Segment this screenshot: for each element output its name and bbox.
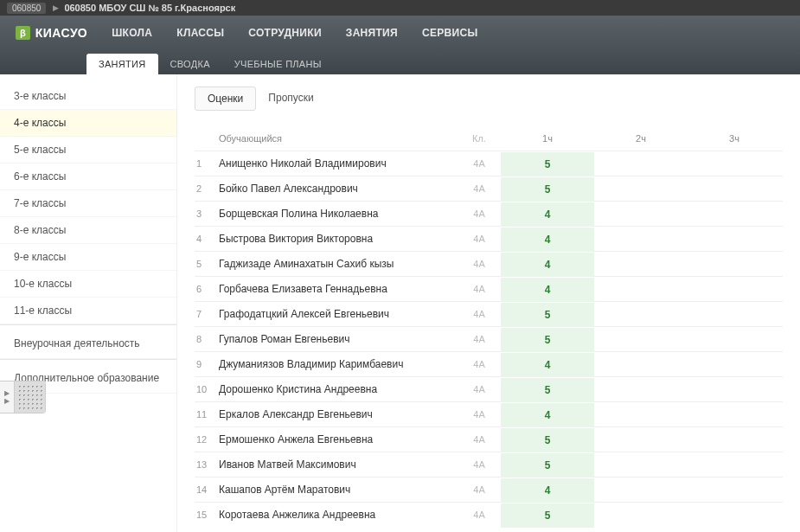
grade-q1[interactable]: 4 — [501, 252, 594, 277]
table-row: 14Кашапов Артём Маратович4А4 — [195, 477, 783, 502]
row-number: 9 — [195, 359, 215, 369]
student-class: 4А — [458, 309, 501, 319]
student-name[interactable]: Гупалов Роман Евгеньевич — [215, 333, 458, 345]
grade-q1[interactable]: 5 — [501, 302, 594, 327]
student-name[interactable]: Коротаева Анжелика Андреевна — [215, 509, 458, 521]
row-number: 5 — [195, 259, 215, 269]
nav-services[interactable]: СЕРВИСЫ — [422, 27, 477, 39]
row-number: 7 — [195, 309, 215, 319]
table-row: 2Бойко Павел Александрович4А5 — [195, 176, 783, 201]
grade-q1[interactable]: 5 — [501, 176, 594, 202]
nav-lessons[interactable]: ЗАНЯТИЯ — [346, 27, 398, 39]
grade-q1[interactable]: 5 — [501, 452, 594, 478]
school-code: 060850 — [7, 3, 46, 14]
grade-q1[interactable]: 4 — [501, 352, 594, 377]
grade-q1[interactable]: 5 — [501, 327, 594, 352]
nav-classes[interactable]: КЛАССЫ — [176, 27, 224, 39]
grade-q1[interactable]: 5 — [501, 427, 594, 452]
student-name[interactable]: Борщевская Полина Николаевна — [215, 208, 458, 220]
row-number: 11 — [195, 409, 215, 420]
student-name[interactable]: Иванов Матвей Максимович — [215, 458, 458, 471]
tab-absences[interactable]: Пропуски — [256, 87, 325, 111]
student-name[interactable]: Быстрова Виктория Викторовна — [215, 233, 458, 245]
table-row: 9Джуманиязов Владимир Каримбаевич4А4 — [195, 351, 783, 376]
student-name[interactable]: Графодатцкий Алексей Евгеньевич — [215, 308, 458, 320]
grade-q1[interactable]: 4 — [501, 277, 594, 302]
student-class: 4А — [458, 334, 501, 344]
sidebar-item-grade-6[interactable]: 6-е классы — [0, 163, 176, 190]
student-class: 4А — [458, 510, 501, 520]
sidebar-item-grade-9[interactable]: 9-е классы — [0, 244, 176, 271]
student-name[interactable]: Джуманиязов Владимир Каримбаевич — [215, 358, 458, 370]
row-number: 13 — [195, 459, 215, 470]
row-number: 10 — [195, 384, 215, 394]
sidebar-section-0[interactable]: Внеурочная деятельность — [0, 324, 176, 359]
subnav-lessons[interactable]: ЗАНЯТИЯ — [86, 54, 158, 74]
table-row: 1Анищенко Николай Владимирович4А5 — [195, 151, 783, 176]
student-class: 4А — [458, 434, 501, 445]
header-class: Кл. — [458, 133, 501, 144]
content-tabs: Оценки Пропуски — [195, 87, 783, 111]
student-class: 4А — [458, 208, 501, 219]
header-student: Обучающийся — [215, 133, 458, 144]
student-class: 4А — [458, 409, 501, 420]
main-nav: β КИАСУО ШКОЛА КЛАССЫ СОТРУДНИКИ ЗАНЯТИЯ… — [0, 16, 800, 50]
student-name[interactable]: Бойко Павел Александрович — [215, 183, 458, 195]
student-name[interactable]: Горбачева Елизавета Геннадьевна — [215, 283, 458, 295]
sidebar-item-grade-11[interactable]: 11-е классы — [0, 298, 176, 324]
dock-widget[interactable]: ▶▶ — [0, 381, 46, 413]
nav-staff[interactable]: СОТРУДНИКИ — [248, 27, 322, 39]
sub-nav: ЗАНЯТИЯ СВОДКА УЧЕБНЫЕ ПЛАНЫ — [0, 50, 800, 74]
student-name[interactable]: Еркалов Александр Евгеньевич — [215, 408, 458, 420]
table-header: Обучающийся Кл. 1ч 2ч 3ч — [195, 126, 783, 151]
student-class: 4А — [458, 183, 501, 194]
row-number: 3 — [195, 208, 215, 219]
table-row: 7Графодатцкий Алексей Евгеньевич4А5 — [195, 301, 783, 326]
school-title: 060850 МБОУ СШ № 85 г.Красноярск — [64, 3, 235, 13]
table-row: 11Еркалов Александр Евгеньевич4А4 — [195, 401, 783, 426]
logo-badge: β — [16, 26, 30, 40]
grade-q1[interactable]: 5 — [501, 503, 594, 528]
sidebar-item-grade-8[interactable]: 8-е классы — [0, 217, 176, 244]
student-name[interactable]: Кашапов Артём Маратович — [215, 484, 458, 496]
grade-q1[interactable]: 4 — [501, 402, 594, 427]
sidebar-item-grade-7[interactable]: 7-е классы — [0, 190, 176, 217]
student-name[interactable]: Дорошенко Кристина Андреевна — [215, 383, 458, 395]
table-row: 3Борщевская Полина Николаевна4А4 — [195, 201, 783, 226]
subnav-summary[interactable]: СВОДКА — [158, 54, 222, 74]
grade-q1[interactable]: 4 — [501, 227, 594, 252]
sidebar-item-grade-3[interactable]: 3-е классы — [0, 83, 176, 110]
header-q2[interactable]: 2ч — [594, 133, 688, 144]
table-row: 8Гупалов Роман Евгеньевич4А5 — [195, 326, 783, 351]
student-name[interactable]: Ермошенко Анжела Евгеньевна — [215, 433, 458, 445]
student-class: 4А — [458, 384, 501, 394]
row-number: 2 — [195, 183, 215, 194]
sidebar-item-grade-5[interactable]: 5-е классы — [0, 137, 176, 163]
row-number: 1 — [195, 158, 215, 169]
row-number: 4 — [195, 234, 215, 244]
breadcrumb-caret-icon: ▶ — [53, 3, 59, 12]
sidebar-item-grade-10[interactable]: 10-е классы — [0, 271, 176, 298]
grade-q1[interactable]: 5 — [501, 377, 594, 402]
sidebar: 3-е классы4-е классы5-е классы6-е классы… — [0, 74, 177, 532]
subnav-plans[interactable]: УЧЕБНЫЕ ПЛАНЫ — [222, 54, 334, 74]
dock-grid-icon[interactable] — [14, 381, 45, 413]
header-q3[interactable]: 3ч — [688, 133, 781, 144]
header-q1[interactable]: 1ч — [501, 133, 594, 144]
sidebar-item-grade-4[interactable]: 4-е классы — [0, 110, 176, 137]
table-row: 13Иванов Матвей Максимович4А5 — [195, 452, 783, 477]
table-row: 12Ермошенко Анжела Евгеньевна4А5 — [195, 426, 783, 452]
grade-q1[interactable]: 4 — [501, 202, 594, 227]
dock-expand-icon[interactable]: ▶▶ — [0, 381, 14, 413]
logo-text: КИАСУО — [35, 26, 88, 40]
students-table: Обучающийся Кл. 1ч 2ч 3ч 1Анищенко Никол… — [195, 126, 783, 527]
nav-school[interactable]: ШКОЛА — [112, 27, 152, 39]
student-name[interactable]: Гаджизаде Аминахатын Сахиб кызы — [215, 258, 458, 270]
grade-q1[interactable]: 5 — [501, 151, 594, 176]
student-class: 4А — [458, 234, 501, 244]
student-name[interactable]: Анищенко Николай Владимирович — [215, 157, 458, 170]
grade-q1[interactable]: 4 — [501, 478, 594, 503]
table-row: 15Коротаева Анжелика Андреевна4А5 — [195, 502, 783, 527]
table-row: 10Дорошенко Кристина Андреевна4А5 — [195, 376, 783, 401]
tab-grades[interactable]: Оценки — [195, 87, 256, 111]
